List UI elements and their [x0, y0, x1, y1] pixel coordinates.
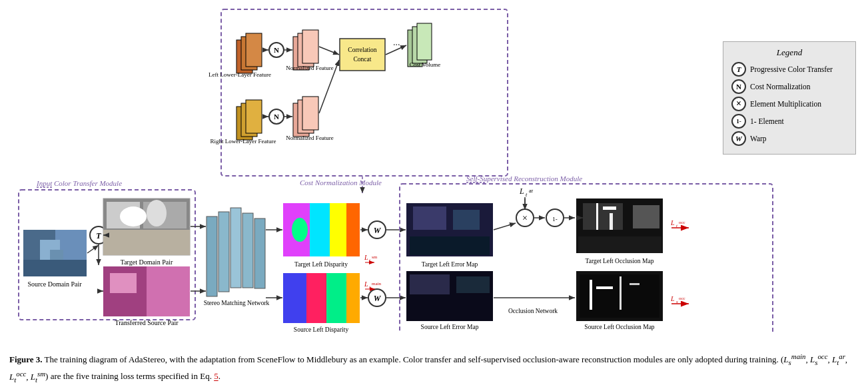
svg-text:Normalized Feature: Normalized Feature: [286, 135, 334, 141]
svg-rect-106: [413, 206, 446, 230]
svg-line-20: [319, 47, 339, 55]
svg-rect-12: [293, 37, 309, 70]
svg-rect-86: [326, 273, 346, 323]
svg-text:W: W: [374, 294, 382, 303]
svg-rect-135: [610, 213, 613, 230]
svg-rect-110: [406, 271, 493, 321]
svg-text:Self-Supervised Reconstruction: Self-Supervised Reconstruction Module: [466, 175, 582, 183]
svg-rect-87: [346, 273, 360, 323]
legend-label-N: Cost Normalization: [750, 83, 810, 91]
svg-text:Stereo Matching Network: Stereo Matching Network: [204, 300, 270, 306]
legend-label-T: Progressive Color Transfer: [750, 65, 833, 73]
svg-point-126: [546, 209, 564, 226]
svg-line-39: [319, 60, 339, 113]
svg-rect-36: [302, 97, 318, 130]
legend-item-N: N Cost Normalization: [731, 79, 847, 94]
svg-rect-116: [400, 184, 773, 333]
legend-icon-1: 1-: [731, 114, 746, 129]
svg-text:1-: 1-: [552, 216, 558, 222]
svg-text:Target Domain Pair: Target Domain Pair: [121, 258, 173, 266]
svg-point-93: [368, 289, 386, 306]
svg-rect-61: [103, 266, 147, 316]
svg-rect-84: [283, 273, 306, 323]
legend-title: Legend: [731, 47, 847, 58]
svg-text:Input Color Transfer Module: Input Color Transfer Module: [36, 179, 122, 187]
svg-rect-5: [236, 40, 252, 73]
legend-box: Legend T Progressive Color Transfer N Co…: [723, 41, 856, 155]
svg-rect-129: [576, 198, 663, 253]
svg-rect-76: [283, 203, 360, 256]
svg-rect-44: [23, 230, 55, 276]
svg-rect-69: [218, 212, 229, 292]
svg-rect-14: [302, 30, 318, 63]
svg-rect-131: [633, 205, 659, 228]
svg-rect-53: [103, 198, 190, 255]
svg-text:t: t: [369, 258, 371, 263]
svg-point-91: [368, 221, 386, 238]
legend-label-1: 1- Element: [750, 117, 784, 125]
svg-text:main: main: [372, 281, 381, 286]
svg-text:Correlation: Correlation: [348, 47, 377, 53]
svg-text:t: t: [526, 192, 528, 198]
svg-rect-28: [241, 103, 257, 137]
svg-rect-17: [340, 39, 385, 71]
svg-rect-47: [23, 260, 87, 276]
svg-rect-137: [576, 271, 663, 321]
svg-rect-107: [453, 210, 480, 230]
svg-rect-141: [620, 276, 622, 310]
svg-line-124: [494, 223, 516, 230]
svg-rect-7: [246, 33, 262, 67]
svg-rect-140: [596, 286, 613, 289]
svg-rect-134: [603, 206, 616, 210]
svg-text:Target Left Error Map: Target Left Error Map: [422, 261, 478, 268]
svg-text:L: L: [364, 280, 368, 288]
svg-text:T: T: [96, 231, 101, 240]
svg-rect-105: [406, 203, 493, 256]
svg-text:Source Left Occlusion Map: Source Left Occlusion Map: [584, 324, 655, 330]
svg-text:Source Left Disparity: Source Left Disparity: [294, 326, 349, 333]
caption: Figure 3. The training diagram of AdaSte…: [9, 351, 859, 385]
legend-icon-T: T: [731, 62, 746, 77]
svg-text:occ: occ: [679, 296, 685, 301]
svg-rect-22: [412, 27, 427, 63]
svg-point-58: [147, 200, 167, 226]
svg-rect-138: [580, 274, 659, 318]
svg-rect-46: [50, 250, 63, 263]
svg-rect-130: [583, 203, 623, 230]
svg-point-122: [516, 209, 534, 226]
svg-text:Concat: Concat: [354, 56, 372, 63]
svg-rect-71: [242, 213, 253, 288]
svg-text:W: W: [374, 226, 382, 235]
svg-rect-139: [590, 280, 592, 310]
svg-text:Occlusion Network: Occlusion Network: [508, 308, 558, 314]
svg-text:L: L: [670, 219, 675, 226]
svg-text:occ: occ: [679, 220, 685, 225]
svg-rect-35: [298, 100, 314, 133]
svg-rect-72: [254, 218, 265, 288]
svg-text:N: N: [274, 113, 279, 121]
svg-rect-133: [596, 203, 598, 230]
svg-text:L: L: [364, 254, 368, 261]
svg-rect-132: [578, 236, 661, 253]
svg-rect-85: [306, 273, 326, 323]
svg-point-31: [269, 109, 284, 124]
svg-text:N: N: [274, 46, 279, 54]
legend-label-W: Warp: [750, 135, 767, 143]
svg-rect-62: [147, 266, 190, 316]
svg-text:Target Left Disparity: Target Left Disparity: [294, 261, 348, 268]
svg-point-57: [120, 206, 147, 226]
svg-rect-70: [230, 208, 241, 288]
legend-item-X: Element Multiplication: [731, 97, 847, 111]
svg-text:Left Lower-Layer Feature: Left Lower-Layer Feature: [209, 71, 271, 78]
svg-rect-77: [283, 203, 310, 256]
svg-rect-41: [19, 190, 195, 320]
svg-text:s: s: [676, 299, 678, 304]
svg-rect-43: [23, 230, 87, 276]
main-container: Cost Normalization Module Left Lower-Lay…: [0, 0, 868, 389]
svg-text:L: L: [670, 295, 675, 302]
svg-rect-68: [207, 216, 217, 296]
svg-rect-79: [330, 203, 346, 256]
svg-rect-23: [417, 23, 432, 60]
svg-rect-52: [103, 198, 190, 255]
svg-text:L: L: [519, 187, 524, 196]
